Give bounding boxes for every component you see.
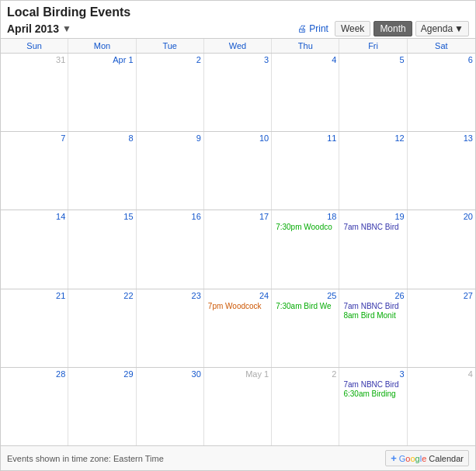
view-controls: 🖨 Print Week Month Agenda ▼ <box>297 21 469 36</box>
day-number: 12 <box>342 133 404 144</box>
day-number: 10 <box>207 133 269 144</box>
calendar-event[interactable]: 7am NBNC Bird <box>342 302 404 310</box>
day-number: 7 <box>3 133 65 144</box>
day-header-thu: Thu <box>272 39 339 53</box>
week-row: 21 22 23 24 7pm Woodcock 25 7:30am Bird … <box>1 289 475 368</box>
weeks: 31 Apr 1 2 3 4 5 6 7 8 9 10 11 12 13 14 <box>1 54 475 445</box>
day-cell[interactable]: 2 <box>272 368 339 445</box>
print-button[interactable]: 🖨 Print <box>297 23 328 34</box>
footer: Events shown in time zone: Eastern Time … <box>1 445 475 470</box>
calendar-event[interactable]: 7am NBNC Bird <box>342 223 404 231</box>
day-cell[interactable]: 11 <box>272 132 339 210</box>
day-number: 3 <box>207 55 269 66</box>
day-cell[interactable]: 25 7:30am Bird We <box>272 289 339 367</box>
day-cell[interactable]: 4 <box>408 368 475 445</box>
calendar-event[interactable]: 7am NBNC Bird <box>342 380 404 389</box>
agenda-arrow: ▼ <box>454 23 464 34</box>
day-cell[interactable]: 27 <box>408 289 475 367</box>
day-cell[interactable]: 18 7:30pm Woodco <box>272 210 339 288</box>
day-number: 3 <box>342 369 404 380</box>
day-number: 20 <box>410 212 473 223</box>
day-number: 31 <box>3 55 65 66</box>
day-number: 30 <box>139 369 201 380</box>
day-cell[interactable]: 15 <box>68 210 136 288</box>
day-cell[interactable]: 17 <box>204 210 272 288</box>
day-number: 4 <box>410 369 473 380</box>
day-number: 24 <box>207 291 269 302</box>
day-header-sat: Sat <box>408 39 475 53</box>
day-headers: Sun Mon Tue Wed Thu Fri Sat <box>1 39 475 54</box>
day-cell[interactable]: 28 <box>1 368 68 445</box>
calendar-event[interactable]: 7pm Woodcock <box>207 302 269 310</box>
day-cell[interactable]: 29 <box>68 368 136 445</box>
google-calendar-button[interactable]: + Google Calendar <box>385 450 469 466</box>
day-number: 25 <box>274 291 336 302</box>
day-number: 18 <box>274 212 336 223</box>
day-header-mon: Mon <box>68 39 136 53</box>
day-cell[interactable]: 23 <box>137 289 204 367</box>
day-number: 27 <box>410 291 473 302</box>
day-cell[interactable]: 3 7am NBNC Bird 6:30am Birding <box>339 368 407 445</box>
print-icon: 🖨 <box>297 23 307 34</box>
day-cell[interactable]: 26 7am NBNC Bird 8am Bird Monit <box>339 289 407 367</box>
day-number: 4 <box>274 55 336 66</box>
day-cell[interactable]: 30 <box>137 368 204 445</box>
day-cell[interactable]: 20 <box>408 210 475 288</box>
day-cell[interactable]: May 1 <box>204 368 272 445</box>
day-cell[interactable]: 24 7pm Woodcock <box>204 289 272 367</box>
day-cell[interactable]: 19 7am NBNC Bird <box>339 210 407 288</box>
calendar-event[interactable]: 7:30pm Woodco <box>274 223 336 231</box>
month-nav: April 2013 ▼ <box>7 23 71 35</box>
day-number: 28 <box>3 369 65 380</box>
day-number: 15 <box>71 212 133 223</box>
calendar-container: Local Birding Events April 2013 ▼ 🖨 Prin… <box>0 0 476 471</box>
subheader: April 2013 ▼ 🖨 Print Week Month Agenda ▼ <box>7 21 469 36</box>
day-cell[interactable]: Apr 1 <box>68 54 136 131</box>
day-cell[interactable]: 14 <box>1 210 68 288</box>
calendar-event[interactable]: 8am Bird Monit <box>342 311 404 320</box>
week-row: 28 29 30 May 1 2 3 7am NBNC Bird 6:30am … <box>1 368 475 445</box>
calendar-event[interactable]: 6:30am Birding <box>342 390 404 398</box>
week-row: 14 15 16 17 18 7:30pm Woodco 19 7am NBNC… <box>1 210 475 289</box>
calendar-grid: Sun Mon Tue Wed Thu Fri Sat 31 Apr 1 2 3… <box>1 38 475 445</box>
day-cell[interactable]: 3 <box>204 54 272 131</box>
day-number: 2 <box>139 55 201 66</box>
week-row: 31 Apr 1 2 3 4 5 6 <box>1 54 475 132</box>
day-number: 5 <box>342 55 404 66</box>
day-cell[interactable]: 31 <box>1 54 68 131</box>
day-number: 26 <box>342 291 404 302</box>
day-cell[interactable]: 4 <box>272 54 339 131</box>
day-header-fri: Fri <box>339 39 407 53</box>
nav-dropdown-arrow[interactable]: ▼ <box>62 23 71 34</box>
day-cell[interactable]: 6 <box>408 54 475 131</box>
day-number: Apr 1 <box>71 55 133 66</box>
day-cell[interactable]: 12 <box>339 132 407 210</box>
day-cell[interactable]: 13 <box>408 132 475 210</box>
day-cell[interactable]: 7 <box>1 132 68 210</box>
page-title: Local Birding Events <box>7 5 469 19</box>
day-number: 14 <box>3 212 65 223</box>
day-cell[interactable]: 21 <box>1 289 68 367</box>
calendar-event[interactable]: 7:30am Bird We <box>274 302 336 310</box>
day-cell[interactable]: 10 <box>204 132 272 210</box>
day-number: 16 <box>139 212 201 223</box>
day-cell[interactable]: 5 <box>339 54 407 131</box>
day-cell[interactable]: 16 <box>137 210 204 288</box>
day-number: 9 <box>139 133 201 144</box>
day-number: 8 <box>71 133 133 144</box>
day-cell[interactable]: 9 <box>137 132 204 210</box>
day-cell[interactable]: 8 <box>68 132 136 210</box>
agenda-view-button[interactable]: Agenda ▼ <box>415 21 469 36</box>
day-cell[interactable]: 2 <box>137 54 204 131</box>
day-number: 19 <box>342 212 404 223</box>
day-number: 17 <box>207 212 269 223</box>
day-number: 11 <box>274 133 336 144</box>
day-number: 2 <box>274 369 336 380</box>
google-calendar-label: Google Calendar <box>399 454 464 463</box>
day-cell[interactable]: 22 <box>68 289 136 367</box>
day-number: 6 <box>410 55 473 66</box>
day-header-tue: Tue <box>137 39 204 53</box>
week-view-button[interactable]: Week <box>335 21 370 36</box>
month-view-button[interactable]: Month <box>374 21 412 36</box>
day-header-wed: Wed <box>204 39 272 53</box>
